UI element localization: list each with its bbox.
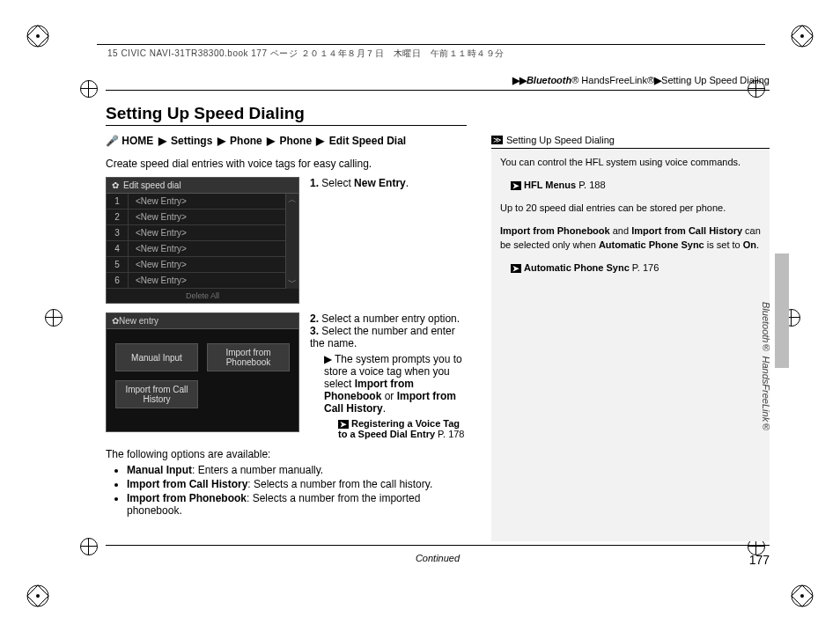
cross-reference: ➤Automatic Phone Sync P. 176 <box>511 261 761 276</box>
list-item: 5<New Entry> <box>107 257 285 273</box>
voice-icon: 🎤 <box>106 135 119 147</box>
triangle-right-icon: ▶ <box>324 353 332 365</box>
step-3-note: ▶The system prompts you to store a voice… <box>324 353 467 415</box>
header-rule <box>97 44 765 45</box>
list-item: Manual Input: Enters a number manually. <box>127 464 467 476</box>
nav-step: Settings <box>171 135 212 147</box>
ui2-button: Manual Input <box>115 343 198 371</box>
gear-icon: ✿ <box>112 180 119 190</box>
sidebar-body: You can control the HFL system using voi… <box>491 149 770 541</box>
sidebar-text: Up to 20 speed dial entries can be store… <box>500 202 761 216</box>
reference-icon: ➤ <box>338 420 349 429</box>
sidebar-text: You can control the HFL system using voi… <box>500 156 761 170</box>
options-list: Manual Input: Enters a number manually. … <box>106 464 467 517</box>
screenshot-edit-speed-dial: ✿ Edit speed dial 1<New Entry> 2<New Ent… <box>106 177 299 304</box>
chevron-down-icon: ﹀ <box>288 276 297 289</box>
nav-step: Phone <box>279 135 312 147</box>
registration-mark-icon <box>26 25 49 48</box>
nav-step: Phone <box>230 135 262 147</box>
options-heading: The following options are available: <box>106 448 467 460</box>
triangle-right-icon: ▶ <box>158 135 166 147</box>
sidebar-heading: ≫ Setting Up Speed Dialing <box>491 135 770 149</box>
intro-text: Create speed dial entries with voice tag… <box>106 158 467 170</box>
ui2-title: New entry <box>119 316 158 326</box>
title-rule <box>106 125 467 126</box>
step-3: 3. Select the number and enter the name. <box>310 325 467 349</box>
step-2: 2. Select a number entry option. <box>310 312 467 325</box>
section-tab <box>775 254 789 368</box>
registration-mark-icon <box>26 584 49 607</box>
list-item: Import from Call History: Selects a numb… <box>127 478 467 490</box>
registration-mark-icon <box>791 25 814 48</box>
page-number: 177 <box>749 553 770 567</box>
navigation-path: 🎤 HOME ▶ Settings ▶ Phone ▶ Phone ▶ Edit… <box>106 135 467 147</box>
svg-point-8 <box>36 594 40 598</box>
footer-rule <box>106 545 770 546</box>
list-item: 2<New Entry> <box>107 209 285 225</box>
breadcrumb: ▶▶Bluetooth® HandsFreeLink®▶Setting Up S… <box>106 75 770 91</box>
triangle-right-icon: ▶ <box>267 135 275 147</box>
cross-reference: ➤Registering a Voice Tag to a Speed Dial… <box>338 418 467 439</box>
breadcrumb-seg2: Setting Up Speed Dialing <box>661 75 770 85</box>
cross-reference: ➤HFL Menus P. 188 <box>511 179 761 193</box>
svg-point-11 <box>800 594 804 598</box>
svg-point-5 <box>800 34 804 38</box>
scrollbar: ︿ ﹀ <box>285 194 298 289</box>
list-item: Import from Phonebook: Selects a number … <box>127 492 467 517</box>
nav-step: Edit Speed Dial <box>329 135 406 147</box>
sidebar-text: Import from Phonebook and Import from Ca… <box>500 224 761 253</box>
list-item: 1<New Entry> <box>107 194 285 209</box>
chevron-up-icon: ︿ <box>288 194 297 206</box>
svg-point-2 <box>36 34 40 38</box>
registration-mark-icon <box>791 584 814 607</box>
ui1-title: Edit speed dial <box>123 180 181 190</box>
reference-icon: ➤ <box>511 181 521 190</box>
print-header: 15 CIVIC NAVI-31TR38300.book 177 ページ ２０１… <box>107 48 505 60</box>
gear-icon: ✿ <box>112 316 119 326</box>
triangle-right-icon: ▶ <box>316 135 324 147</box>
reference-icon: ➤ <box>511 264 521 273</box>
screenshot-new-entry: ✿ New entry Manual Input Import from Pho… <box>106 312 299 432</box>
section-side-label: Bluetooth® HandsFreeLink® <box>761 302 771 432</box>
breadcrumb-seg1: Bluetooth <box>527 75 571 85</box>
ui1-footer: Delete All <box>107 289 298 303</box>
breadcrumb-arrow-icon: ▶▶ <box>512 75 527 85</box>
list-item: 4<New Entry> <box>107 241 285 257</box>
ui2-button: Import from Call History <box>115 380 198 408</box>
page-title: Setting Up Speed Dialing <box>106 104 770 123</box>
continued-label: Continued <box>416 553 460 563</box>
ui2-button: Import from Phonebook <box>207 343 290 371</box>
nav-step: HOME <box>122 135 153 147</box>
list-item: 3<New Entry> <box>107 225 285 241</box>
triangle-right-icon: ▶ <box>217 135 225 147</box>
list-item: 6<New Entry> <box>107 273 285 289</box>
info-icon: ≫ <box>491 136 503 144</box>
breadcrumb-arrow-icon: ▶ <box>654 75 661 85</box>
step-1: 1. Select New Entry. <box>310 177 467 189</box>
